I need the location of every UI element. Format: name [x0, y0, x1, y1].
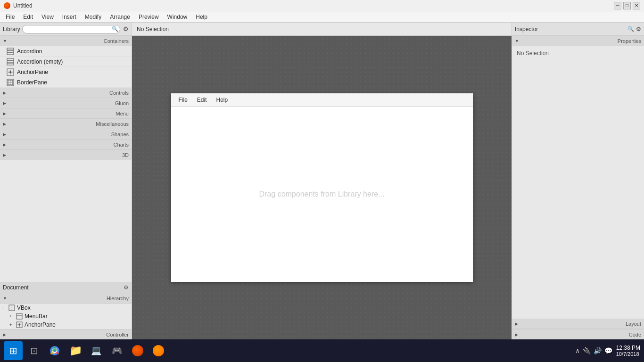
- hierarchy-anchorpane[interactable]: + AnchorPane: [0, 321, 132, 329]
- window-title: Untitled: [13, 2, 33, 9]
- layout-section[interactable]: ▶ Layout: [512, 319, 644, 329]
- list-item[interactable]: Accordion: [0, 46, 132, 57]
- menu-item-file[interactable]: File: [2, 13, 18, 21]
- layout-arrow-icon: ▶: [515, 321, 518, 326]
- svg-rect-0: [7, 48, 14, 50]
- list-item[interactable]: AnchorPane: [0, 67, 132, 77]
- svg-point-21: [19, 324, 20, 326]
- vbox-icon: [8, 304, 15, 311]
- minimize-button[interactable]: ─: [614, 2, 621, 9]
- inspector-header: Inspector 🔍 ⚙: [512, 23, 644, 36]
- section-miscellaneous[interactable]: ▶ Miscellaneous: [0, 119, 132, 129]
- tray-up-icon[interactable]: ∧: [575, 347, 580, 354]
- restore-button[interactable]: □: [623, 2, 631, 9]
- hierarchy-header[interactable]: ▼ Hierarchy: [0, 293, 132, 304]
- menu-item-edit[interactable]: Edit: [19, 13, 37, 21]
- section-3d[interactable]: ▶ 3D: [0, 150, 132, 160]
- menu-bar: FileEditViewInsertModifyArrangePreviewWi…: [0, 11, 644, 23]
- drag-hint: Drag components from Library here...: [259, 190, 385, 198]
- code-section[interactable]: ▶ Code: [512, 329, 644, 339]
- taskbar-app1[interactable]: [128, 341, 147, 360]
- library-search-input[interactable]: [22, 25, 120, 33]
- inspector-title: Inspector: [515, 26, 626, 33]
- controller-header[interactable]: ▶ Controller: [0, 329, 132, 339]
- section-charts[interactable]: ▶ Charts: [0, 140, 132, 150]
- anchorpane-toggle[interactable]: +: [9, 322, 16, 327]
- menubar-toggle[interactable]: +: [9, 314, 16, 319]
- menu-item-help[interactable]: Help: [192, 13, 211, 21]
- inspector-gear-icon[interactable]: ⚙: [636, 26, 641, 33]
- svg-rect-1: [7, 50, 14, 52]
- taskbar-terminal[interactable]: 💻: [87, 341, 106, 360]
- hierarchy-arrow-icon: ▼: [3, 296, 7, 301]
- svg-rect-16: [17, 313, 22, 319]
- canvas-menu-item-edit[interactable]: Edit: [193, 96, 211, 104]
- close-button[interactable]: ✕: [633, 2, 640, 9]
- hierarchy-vbox[interactable]: − VBox: [0, 304, 132, 312]
- gluon-arrow-icon: ▶: [3, 101, 6, 106]
- tray-volume-icon[interactable]: 🔊: [594, 347, 602, 354]
- section-gluon[interactable]: ▶ Gluon: [0, 98, 132, 108]
- taskbar-date: 10/7/2018: [616, 351, 640, 357]
- threed-label: 3D: [122, 152, 129, 158]
- document-gear-icon[interactable]: ⚙: [124, 284, 129, 291]
- vbox-toggle[interactable]: −: [2, 305, 8, 310]
- taskbar-chrome[interactable]: [45, 341, 64, 360]
- threed-arrow-icon: ▶: [3, 153, 6, 157]
- library-gear-icon[interactable]: ⚙: [123, 25, 129, 33]
- taskbar-tray-icons: ∧ 🔌 🔊 💬: [575, 347, 612, 354]
- design-canvas: FileEditHelp Drag components from Librar…: [171, 93, 473, 282]
- list-item[interactable]: BorderPane: [0, 77, 132, 88]
- code-title: Code: [629, 332, 641, 337]
- tray-network-icon[interactable]: 🔌: [583, 347, 591, 354]
- section-containers[interactable]: ▼ Containers: [0, 36, 132, 46]
- charts-arrow-icon: ▶: [3, 142, 6, 147]
- taskbar-filemanager[interactable]: 📁: [66, 341, 85, 360]
- menu-item-arrange[interactable]: Arrange: [106, 13, 134, 21]
- charts-label: Charts: [114, 142, 129, 148]
- anchorpane-label: AnchorPane: [17, 69, 48, 75]
- properties-header[interactable]: ▼ Properties: [512, 36, 644, 46]
- right-panel: Inspector 🔍 ⚙ ▼ Properties No Selection …: [512, 23, 644, 339]
- tray-message-icon[interactable]: 💬: [604, 347, 612, 354]
- start-button[interactable]: ⊞: [4, 341, 23, 360]
- taskbar-app2[interactable]: [149, 341, 168, 360]
- canvas-menu-item-file[interactable]: File: [175, 96, 191, 104]
- canvas-menu-item-help[interactable]: Help: [213, 96, 232, 104]
- taskbar-ide[interactable]: 🎮: [107, 341, 126, 360]
- inspector-no-selection: No Selection: [512, 46, 644, 60]
- hierarchy-menubar[interactable]: + MenuBar: [0, 312, 132, 321]
- menubar-label: MenuBar: [25, 313, 48, 320]
- menu-item-insert[interactable]: Insert: [58, 13, 80, 21]
- borderpane-label: BorderPane: [17, 79, 47, 86]
- controls-label: Controls: [109, 90, 129, 96]
- misc-label: Miscellaneous: [96, 121, 129, 127]
- borderpane-icon: [7, 79, 14, 86]
- library-content: ▼ Containers Accordion Accordion (emp: [0, 36, 132, 282]
- vbox-label: VBox: [17, 304, 31, 311]
- anchorpane-icon: [7, 68, 14, 76]
- menu-item-view[interactable]: View: [38, 13, 58, 21]
- layout-title: Layout: [626, 321, 641, 327]
- svg-point-9: [9, 71, 11, 73]
- containers-arrow-icon: ▼: [3, 39, 7, 43]
- section-shapes[interactable]: ▶ Shapes: [0, 129, 132, 140]
- inspector-search-icon[interactable]: 🔍: [627, 26, 634, 32]
- properties-arrow-icon: ▼: [515, 39, 519, 43]
- menu-item-modify[interactable]: Modify: [81, 13, 105, 21]
- menu-item-preview[interactable]: Preview: [135, 13, 163, 21]
- section-menu[interactable]: ▶ Menu: [0, 108, 132, 119]
- accordion-icon: [7, 48, 14, 55]
- anchorpane-hier-icon: [16, 321, 23, 328]
- title-bar-left: Untitled: [4, 2, 33, 9]
- menu-item-window[interactable]: Window: [164, 13, 191, 21]
- taskbar-task-view[interactable]: ⊡: [25, 341, 43, 360]
- taskbar-right: ∧ 🔌 🔊 💬 12:38 PM 10/7/2018: [575, 345, 640, 357]
- controls-arrow-icon: ▶: [3, 90, 6, 95]
- list-item[interactable]: Accordion (empty): [0, 57, 132, 67]
- canvas-area: No Selection FileEditHelp Drag component…: [132, 23, 512, 339]
- canvas-main: FileEditHelp Drag components from Librar…: [132, 36, 512, 339]
- section-controls[interactable]: ▶ Controls: [0, 88, 132, 98]
- svg-rect-3: [7, 58, 14, 60]
- left-panel: Library 🔍 ⚙ ▼ Containers Accordion: [0, 23, 132, 339]
